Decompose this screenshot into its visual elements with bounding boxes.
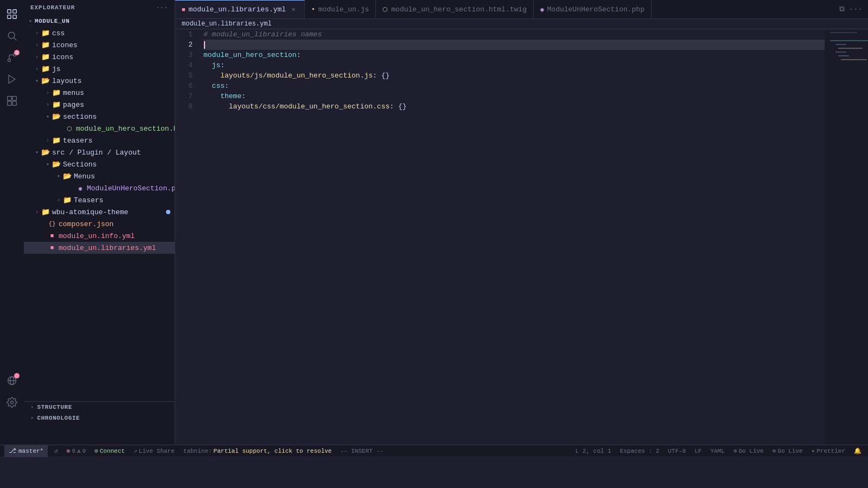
sidebar-item-teasers[interactable]: › 📁 teasers bbox=[24, 134, 175, 146]
explorer-icon[interactable] bbox=[2, 4, 22, 24]
status-prettier[interactable]: ✦ Prettier bbox=[809, 445, 847, 457]
hero-twig-label: module_un_hero_section.html.twig bbox=[76, 125, 175, 133]
status-errors[interactable]: ⊗ 0 ⚠ 0 bbox=[65, 445, 88, 457]
tab3-label: module_un_hero_section.html.twig bbox=[391, 5, 527, 14]
svg-rect-22 bbox=[838, 55, 849, 56]
golive-label: Go Live bbox=[739, 448, 764, 454]
tab-php[interactable]: ◉ ModuleUnHeroSection.php bbox=[534, 0, 652, 18]
src-folder-icon: 📂 bbox=[41, 148, 50, 157]
status-tabnine[interactable]: tabnine: Partial support, click to resol… bbox=[181, 445, 334, 457]
Teasers-arrow: › bbox=[54, 196, 63, 204]
sidebar-item-info-yml[interactable]: › ■ module_un.info.yml bbox=[24, 230, 175, 242]
sidebar-item-pages[interactable]: › 📁 pages bbox=[24, 99, 175, 111]
tab-js[interactable]: ▪ module_un.js bbox=[305, 0, 376, 18]
status-encoding[interactable]: UTF-8 bbox=[666, 445, 688, 457]
sidebar-item-css[interactable]: › 📁 css bbox=[24, 27, 175, 39]
search-icon[interactable] bbox=[2, 26, 22, 46]
tab3-icon: ⬡ bbox=[382, 6, 388, 13]
sidebar-item-Teasers[interactable]: › 📁 Teasers bbox=[24, 194, 175, 206]
sidebar-item-Sections[interactable]: ▾ 📂 Sections bbox=[24, 158, 175, 170]
css-folder-icon: 📁 bbox=[41, 29, 50, 37]
editor-content[interactable]: 1 2 3 4 5 6 7 8 # module_un_librairies n… bbox=[175, 29, 868, 445]
sidebar-item-Menus[interactable]: ▾ 📂 Menus bbox=[24, 170, 175, 182]
sidebar-item-sections[interactable]: ▾ 📂 sections bbox=[24, 111, 175, 123]
ln-6: 6 bbox=[175, 81, 197, 91]
status-liveshare[interactable]: ↗ Live Share bbox=[131, 445, 177, 457]
Sections-folder-icon: 📂 bbox=[52, 160, 61, 169]
svg-point-4 bbox=[8, 32, 15, 38]
sidebar-item-js[interactable]: › 📁 js bbox=[24, 63, 175, 75]
code-path-8: layouts/css/module_un_hero_section.css bbox=[229, 101, 390, 112]
file-tree: ▾ MODULE_UN › 📁 css › 📁 icones › 📁 icons bbox=[24, 15, 175, 401]
source-control-icon[interactable]: 1 bbox=[2, 48, 22, 67]
run-icon[interactable] bbox=[2, 69, 22, 89]
icons-label: icons bbox=[52, 53, 73, 61]
tree-root[interactable]: ▾ MODULE_UN bbox=[24, 15, 175, 27]
status-line-ending[interactable]: LF bbox=[692, 445, 704, 457]
remote-icon[interactable] bbox=[2, 371, 22, 390]
status-golive[interactable]: ⊕ Go Live bbox=[731, 445, 766, 457]
sidebar-item-icons[interactable]: › 📁 icons bbox=[24, 51, 175, 63]
sidebar-item-libraries-yml[interactable]: › ■ module_un.libraries.yml bbox=[24, 242, 175, 254]
wbu-folder-icon: 📁 bbox=[41, 208, 50, 216]
status-position[interactable]: L 2, col 1 bbox=[573, 445, 614, 457]
sidebar-item-composer[interactable]: › {} composer.json bbox=[24, 218, 175, 230]
ln-2: 2 bbox=[175, 40, 197, 50]
tab4-label: ModuleUnHeroSection.php bbox=[547, 5, 644, 14]
Sections-label: Sections bbox=[63, 160, 97, 169]
liveshare-label: Live Share bbox=[139, 448, 175, 454]
tabnine-label: tabnine: bbox=[183, 448, 212, 454]
status-notifications[interactable]: 🔔 bbox=[852, 445, 864, 457]
sidebar-item-menus[interactable]: › 📁 menus bbox=[24, 87, 175, 99]
Teasers-label: Teasers bbox=[74, 196, 104, 204]
libraries-yml-icon: ■ bbox=[48, 243, 56, 252]
structure-item[interactable]: › STRUCTURE bbox=[24, 402, 175, 413]
tab-libraries-yml[interactable]: ■ module_un.libraries.yml ✕ bbox=[175, 0, 305, 18]
layouts-folder-icon: 📂 bbox=[41, 76, 50, 85]
tab1-close[interactable]: ✕ bbox=[289, 5, 298, 14]
code-line-5: layouts/js/module_un_hero_section.js: {} bbox=[203, 70, 825, 81]
split-editor-button[interactable]: ⧉ bbox=[838, 4, 846, 15]
sidebar-item-layouts[interactable]: ▾ 📂 layouts bbox=[24, 75, 175, 87]
sidebar-item-src[interactable]: ▾ 📂 src / Plugin / Layout bbox=[24, 146, 175, 158]
sidebar-header: EXPLORATEUR ··· bbox=[24, 0, 175, 15]
status-golive2[interactable]: ⊕ Go Live bbox=[770, 445, 805, 457]
status-sync[interactable]: ↺ bbox=[52, 445, 60, 457]
extensions-icon[interactable] bbox=[2, 91, 22, 111]
tab1-label: module_un.libraries.yml bbox=[189, 5, 286, 14]
status-spaces[interactable]: Espaces : 2 bbox=[618, 445, 662, 457]
php-file-icon: ◉ bbox=[76, 184, 85, 192]
connect-label: Connect bbox=[100, 448, 125, 454]
tab4-icon: ◉ bbox=[540, 6, 544, 13]
css-label: css bbox=[52, 29, 65, 37]
tab-bar: ■ module_un.libraries.yml ✕ ▪ module_un.… bbox=[175, 0, 868, 19]
teasers-label: teasers bbox=[63, 137, 93, 145]
breadcrumb-file: module_un.libraries.yml bbox=[182, 20, 272, 28]
status-right: L 2, col 1 Espaces : 2 UTF-8 LF YAML ⊕ G… bbox=[573, 445, 864, 457]
code-key-6: css bbox=[212, 81, 225, 91]
code-editor[interactable]: # module_un_librairies names module_un_h… bbox=[201, 29, 825, 445]
sidebar-more-button[interactable]: ··· bbox=[156, 4, 168, 11]
css-arrow: › bbox=[33, 29, 41, 37]
status-language[interactable]: YAML bbox=[708, 445, 726, 457]
sidebar-item-ModuleUnHeroSection[interactable]: › ◉ ModuleUnHeroSection.php bbox=[24, 182, 175, 194]
src-arrow: ▾ bbox=[33, 148, 41, 157]
tab1-icon: ■ bbox=[182, 7, 186, 13]
sidebar-item-wbu-theme[interactable]: › 📁 wbu-atomique-theme bbox=[24, 206, 175, 218]
editor-cursor bbox=[204, 41, 205, 49]
code-key-3: module_un_hero_section bbox=[203, 50, 297, 60]
tab-twig[interactable]: ⬡ module_un_hero_section.html.twig bbox=[376, 0, 534, 18]
json-file-icon: {} bbox=[48, 220, 56, 228]
settings-icon[interactable] bbox=[2, 393, 22, 412]
chronologie-item[interactable]: › CHRONOLOGIE bbox=[24, 413, 175, 423]
more-tabs-button[interactable]: ··· bbox=[848, 4, 864, 15]
layouts-label: layouts bbox=[52, 77, 82, 85]
sidebar-item-hero-twig[interactable]: › ⬡ module_un_hero_section.html.twig bbox=[24, 123, 175, 134]
status-connect[interactable]: ⊙ Connect bbox=[92, 445, 127, 457]
status-branch[interactable]: ⎇ master* bbox=[4, 445, 48, 457]
sidebar-item-icones[interactable]: › 📁 icones bbox=[24, 39, 175, 51]
liveshare-icon: ↗ bbox=[133, 447, 137, 454]
svg-point-16 bbox=[11, 401, 14, 404]
code-comment: # module_un_librairies names bbox=[203, 29, 322, 40]
Menus-arrow: ▾ bbox=[54, 172, 63, 181]
